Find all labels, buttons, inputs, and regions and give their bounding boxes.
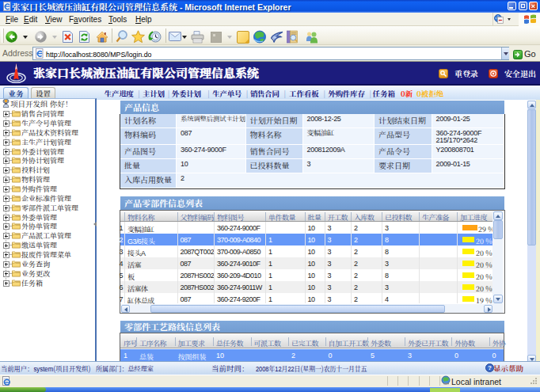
svg-text:?: ? <box>488 364 492 371</box>
